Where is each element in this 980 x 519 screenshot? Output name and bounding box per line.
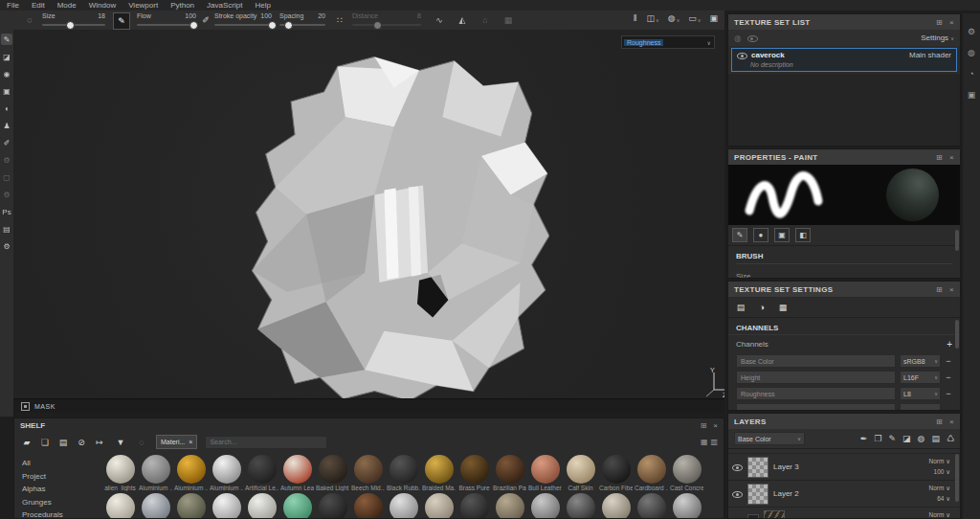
material-sphere[interactable] (177, 493, 206, 519)
material-sphere[interactable] (425, 455, 454, 484)
toolbar-icon[interactable]: ▦ (501, 13, 515, 27)
material-item[interactable] (209, 493, 244, 519)
material-item[interactable]: Brass Pure (457, 455, 492, 491)
material-sphere[interactable] (531, 493, 560, 519)
material-view-icon[interactable]: ◍ (734, 34, 742, 43)
material-sphere[interactable] (248, 455, 277, 484)
material-item[interactable]: Calf Skin (563, 455, 598, 491)
material-sphere[interactable] (602, 493, 631, 519)
viewport-control-icon[interactable]: ◍∨ (668, 13, 680, 23)
tool-button[interactable]: ✐ (1, 137, 12, 148)
texture-set-item[interactable]: caverock Main shader No description (731, 48, 957, 72)
fill-layer-row[interactable]: ✑ fill layer 2 Norm ∨100 ∨ (728, 508, 960, 519)
tool-button[interactable]: ⚙ (1, 240, 12, 252)
strip-icon[interactable]: ⚙ (968, 27, 975, 36)
material-item[interactable]: Black Rubb... (386, 455, 421, 491)
material-item[interactable]: Brazilian Pal... (492, 455, 527, 491)
shelf-category[interactable]: Project (22, 472, 63, 481)
material-item[interactable] (492, 493, 527, 519)
tool-button[interactable]: ◪ (1, 51, 12, 62)
scrollbar[interactable] (955, 454, 959, 502)
material-sphere[interactable] (390, 455, 418, 484)
material-item[interactable] (669, 493, 704, 519)
properties-tab-icon[interactable]: ● (753, 228, 768, 242)
fill-effect-icon[interactable]: ✑ (747, 514, 759, 519)
stroke-opacity-value[interactable]: 100 (260, 12, 272, 19)
channel-format-select[interactable]: L16F∨ (900, 371, 941, 384)
material-sphere[interactable] (248, 493, 277, 519)
material-item[interactable] (457, 493, 492, 519)
shelf-category[interactable]: Procedurals (22, 510, 63, 519)
material-sphere[interactable] (425, 493, 454, 519)
material-item[interactable]: Baked Light... (315, 455, 350, 491)
layer-visibility-icon[interactable] (732, 463, 743, 471)
layer-opacity[interactable]: 100 ∨ (934, 468, 950, 476)
layers-action-icon[interactable]: ✎ (888, 434, 896, 443)
material-sphere[interactable] (142, 455, 170, 484)
fill-layer-thumbnail[interactable] (764, 510, 785, 519)
layer-name[interactable]: Layer 3 (773, 463, 924, 471)
strip-icon[interactable]: ◍ (968, 48, 975, 57)
shader-label[interactable]: Main shader (909, 51, 951, 59)
close-icon[interactable]: × (949, 18, 954, 27)
layers-action-icon[interactable]: ◪ (902, 434, 911, 443)
material-sphere[interactable] (673, 493, 702, 519)
material-sphere[interactable] (390, 493, 418, 519)
detach-icon[interactable]: ⊞ (936, 18, 943, 27)
channel-selector[interactable]: Roughness ∨ (621, 35, 715, 49)
spacing-value[interactable]: 20 (318, 12, 325, 19)
material-sphere[interactable] (673, 455, 702, 484)
layer-thumbnail[interactable] (747, 457, 768, 478)
layers-action-icon[interactable]: ◍ (918, 434, 925, 443)
material-item[interactable]: Braided Ma... (421, 455, 457, 491)
channel-format-select[interactable]: sRGB8∨ (900, 354, 941, 368)
menu-item[interactable]: File (7, 1, 19, 10)
close-icon[interactable]: × (949, 285, 954, 294)
material-sphere[interactable] (142, 493, 170, 519)
blend-mode[interactable]: Norm ∨ (929, 458, 950, 465)
material-item[interactable]: Cardboard ... (634, 455, 669, 491)
loop-icon[interactable]: ◌ (135, 436, 148, 449)
material-item[interactable]: Beech Mid... (350, 455, 386, 491)
material-item[interactable] (350, 493, 386, 519)
stroke-dots-icon[interactable]: ∷ (333, 13, 346, 27)
material-item[interactable] (421, 493, 457, 519)
material-sphere[interactable] (602, 455, 631, 484)
detach-icon[interactable]: ⊞ (701, 421, 707, 430)
detach-icon[interactable]: ⊞ (936, 285, 943, 294)
add-channel-button[interactable]: + (947, 339, 952, 350)
strip-icon[interactable]: ◔ (969, 69, 973, 79)
remove-channel-button[interactable]: − (945, 372, 952, 382)
material-item[interactable] (173, 493, 209, 519)
layer-row[interactable]: Layer 3 Norm ∨100 ∨ (728, 454, 960, 481)
brush-preview-button[interactable]: ✎ (113, 12, 130, 30)
material-item[interactable]: Aluminium ... (138, 455, 173, 491)
material-sphere[interactable] (567, 455, 595, 484)
material-sphere[interactable] (212, 455, 241, 484)
channel-filter-dropdown[interactable]: Base Color∨ (734, 432, 805, 445)
mask-icon[interactable] (21, 402, 30, 411)
scrollbar[interactable] (955, 230, 959, 251)
layers-action-icon[interactable]: ❐ (874, 434, 881, 443)
tool-button[interactable]: ✎ (1, 34, 12, 45)
pencil-icon[interactable]: ✐ (199, 13, 212, 27)
channel-name-field[interactable]: Height (736, 371, 896, 384)
material-item[interactable]: Cast Concre... (669, 455, 704, 491)
tool-button[interactable]: ◖ (1, 102, 12, 114)
layer-thumbnail[interactable] (747, 484, 768, 505)
grid-small-icon[interactable]: ▥ (710, 438, 718, 446)
material-item[interactable]: Autumn Leaf (279, 455, 315, 491)
channel-name-field[interactable]: Roughness (736, 387, 896, 400)
remove-channel-button[interactable]: − (945, 356, 952, 366)
material-item[interactable] (527, 493, 563, 519)
material-item[interactable] (563, 493, 598, 519)
grid-large-icon[interactable]: ▦ (701, 438, 708, 446)
detach-icon[interactable]: ⊞ (936, 417, 943, 426)
shelf-category[interactable]: All (22, 459, 63, 467)
settings-tab-icon[interactable]: ▦ (776, 301, 790, 313)
tool-button[interactable]: ▤ (1, 223, 12, 235)
scrollbar[interactable] (955, 320, 959, 349)
settings-tab-icon[interactable]: ▤ (734, 301, 747, 313)
eye-icon[interactable] (747, 34, 758, 42)
menu-item[interactable]: Viewport (128, 1, 158, 10)
